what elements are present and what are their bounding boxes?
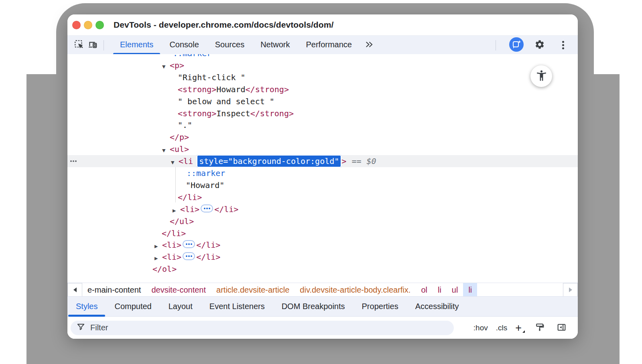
pseudo-element-token: ::marker [173, 54, 211, 58]
breadcrumb-item-div-devsite-article-body-clearfix[interactable]: div.devsite-article-body.clearfix. [295, 283, 416, 297]
filter-text-field[interactable] [89, 323, 454, 333]
toggle-element-state-button[interactable]: :hov [473, 324, 488, 332]
filter-input[interactable] [71, 321, 454, 335]
toggle-sidebar-icon [557, 322, 567, 334]
tab-layout[interactable]: Layout [160, 297, 201, 316]
panel-tab-strip: ElementsConsoleSourcesNetworkPerformance [112, 36, 360, 55]
dom-tree-row[interactable]: ▼<ul> [67, 143, 578, 155]
zoom-window-button[interactable] [95, 21, 104, 29]
breadcrumb-item-ol[interactable]: ol [416, 283, 433, 297]
tab-sources[interactable]: Sources [207, 36, 252, 55]
tab-console[interactable]: Console [161, 36, 207, 55]
dom-tree-row[interactable]: ▶<li></li> [67, 203, 578, 215]
inspect-element-button[interactable] [72, 38, 86, 52]
dom-tag-token: </ol> [152, 264, 177, 274]
dom-tree-row[interactable]: ▼<p> [67, 59, 578, 71]
breadcrumb-items: e-main-contentdevsite-contentarticle.dev… [82, 283, 477, 296]
tab-elements[interactable]: Elements [112, 36, 161, 55]
dom-tag-token: </strong> [250, 109, 294, 118]
styles-filter-bar: :hov .cls + [67, 317, 578, 339]
toggle-device-toolbar-icon [87, 39, 98, 51]
more-tabs-button[interactable] [362, 38, 376, 52]
dom-tree-row-selected[interactable]: ▼<listyle="background-color:gold">==$0 [67, 155, 578, 167]
dom-tag-token: <ul> [170, 144, 189, 154]
dom-tree-row[interactable]: </li> [67, 191, 578, 203]
dom-tag-token: </strong> [246, 85, 289, 94]
dom-tree-row[interactable]: " below and select " [67, 95, 578, 107]
dom-tree-row[interactable]: ▶<li></li> [67, 251, 578, 263]
dom-tree-row[interactable]: <strong>Howard</strong> [67, 83, 578, 95]
dom-tree-row[interactable]: "Right-click " [67, 71, 578, 83]
toolbar-divider [104, 40, 104, 51]
toggle-sidebar-button[interactable] [555, 321, 568, 335]
toolbar-right-group [492, 38, 578, 52]
tab-computed[interactable]: Computed [106, 297, 160, 316]
dom-tree-panel: ::marker▼<p>"Right-click "<strong>Howard… [67, 54, 578, 283]
dom-tree-row[interactable]: ▶<li></li> [67, 239, 578, 251]
minimize-window-button[interactable] [84, 21, 92, 29]
dom-tag-token: </li> [196, 240, 220, 250]
breadcrumb-scroll-right-button[interactable] [563, 283, 578, 297]
breadcrumb-item-li[interactable]: li [433, 283, 447, 297]
funnel-icon [76, 322, 85, 333]
close-window-button[interactable] [72, 21, 81, 29]
new-style-rule-button[interactable]: + [515, 324, 525, 332]
ai-assistance-button[interactable] [510, 38, 523, 52]
dom-tree-row[interactable]: </ul> [67, 215, 578, 227]
dom-tag-token: <li> [180, 204, 199, 214]
rendering-emulation-button[interactable] [533, 321, 547, 335]
console-reference-token: $0 [366, 156, 376, 166]
dom-tag-token: <strong> [178, 109, 216, 118]
collapsed-content-icon [183, 252, 195, 260]
tab-styles[interactable]: Styles [67, 297, 106, 316]
devtools-window: DevTools - developer.chrome.com/docs/dev… [67, 14, 578, 339]
dom-text-token: Howard [216, 85, 245, 94]
dom-tag-token: </li> [178, 192, 202, 202]
dom-tag-token: </ul> [170, 216, 194, 226]
toggle-device-toolbar-button[interactable] [86, 38, 100, 52]
breadcrumb-item-e-main-content[interactable]: e-main-content [82, 283, 146, 297]
breadcrumb-scroll-left-button[interactable] [67, 283, 82, 297]
tab-accessibility[interactable]: Accessibility [407, 297, 467, 316]
dom-tag-token: </p> [170, 132, 189, 142]
element-classes-button[interactable]: .cls [496, 324, 508, 332]
dom-tag-token: <li> [162, 240, 181, 250]
breadcrumb-item-article-devsite-article[interactable]: article.devsite-article [211, 283, 295, 297]
dom-text-token: "Right-click " [178, 73, 246, 82]
devtools-docs-illustration: DevTools - developer.chrome.com/docs/dev… [0, 0, 642, 364]
breadcrumb-item-li[interactable]: li [463, 283, 477, 297]
window-titlebar: DevTools - developer.chrome.com/docs/dev… [67, 14, 578, 36]
more-tabs-chevron-icon [365, 40, 374, 50]
tab-network[interactable]: Network [252, 36, 298, 55]
dom-tree-row[interactable]: "." [67, 119, 578, 131]
sidebar-tab-strip: StylesComputedLayoutEvent ListenersDOM B… [67, 296, 578, 317]
collapsed-content-icon [201, 204, 213, 212]
devtools-toolbar: ElementsConsoleSourcesNetworkPerformance [67, 36, 578, 55]
dom-tag-token: <li> [162, 252, 181, 262]
dom-tree-row[interactable]: ::marker [67, 54, 578, 59]
page-accessibility-button[interactable] [530, 65, 552, 87]
dom-text-token: "." [178, 120, 192, 130]
chevron-left-icon [73, 287, 77, 292]
equals-operator-token: == [351, 156, 361, 166]
customize-devtools-button[interactable] [556, 38, 570, 52]
kebab-menu-icon [562, 44, 564, 46]
breadcrumb-item-devsite-content[interactable]: devsite-content [146, 283, 211, 297]
tab-event-listeners[interactable]: Event Listeners [201, 297, 273, 316]
dom-tag-token: </li> [162, 229, 186, 238]
dom-tree-row[interactable]: </p> [67, 131, 578, 143]
dom-text-token: "Howard" [186, 180, 224, 190]
dom-tag-token: <strong> [178, 85, 216, 94]
settings-gear-icon [534, 39, 545, 51]
tab-performance[interactable]: Performance [298, 36, 360, 55]
tab-properties[interactable]: Properties [354, 297, 407, 316]
dom-tree-row[interactable]: </li> [67, 227, 578, 239]
dom-tag-token: <li [179, 156, 193, 166]
dom-tree-row[interactable]: <strong>Inspect</strong> [67, 107, 578, 119]
breadcrumb-item-ul[interactable]: ul [447, 283, 463, 297]
dom-tree-row[interactable]: ::marker [67, 167, 578, 179]
dom-tree-row[interactable]: "Howard" [67, 179, 578, 191]
tab-dom-breakpoints[interactable]: DOM Breakpoints [273, 297, 354, 316]
settings-button[interactable] [533, 38, 547, 52]
dom-tree-row[interactable]: </ol> [67, 263, 578, 275]
